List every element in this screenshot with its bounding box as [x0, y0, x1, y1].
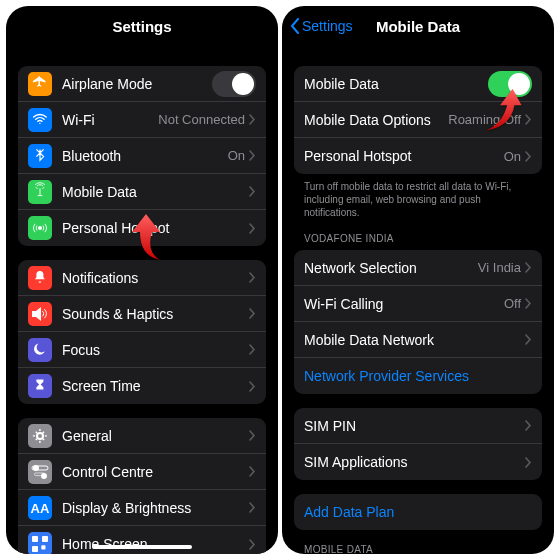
aa-icon: AA — [28, 496, 52, 520]
toggle-switch[interactable] — [212, 71, 256, 97]
bell-icon — [28, 266, 52, 290]
settings-row[interactable]: Screen Time — [18, 368, 266, 404]
svg-rect-7 — [32, 536, 38, 542]
settings-row[interactable]: Personal HotspotOn — [294, 138, 542, 174]
hotspot-icon — [28, 216, 52, 240]
grid-icon — [28, 532, 52, 554]
chevron-right-icon — [525, 334, 532, 345]
antenna-icon — [28, 180, 52, 204]
chevron-right-icon — [249, 466, 256, 477]
svg-text:AA: AA — [31, 501, 50, 516]
section-header-usage: MOBILE DATA — [294, 530, 542, 554]
settings-row[interactable]: SIM PIN — [294, 408, 542, 444]
settings-row[interactable]: Mobile Data Network — [294, 322, 542, 358]
group-carrier: Network SelectionVi IndiaWi-Fi CallingOf… — [294, 250, 542, 394]
settings-row[interactable]: Network SelectionVi India — [294, 250, 542, 286]
row-label: Wi-Fi Calling — [304, 296, 504, 312]
back-button[interactable]: Settings — [290, 18, 353, 34]
row-label: Wi-Fi — [62, 112, 158, 128]
chevron-right-icon — [249, 381, 256, 392]
chevron-right-icon — [249, 539, 256, 550]
row-label: Personal Hotspot — [304, 148, 504, 164]
group-mobile-data: Mobile DataMobile Data OptionsRoaming Of… — [294, 66, 542, 174]
back-label: Settings — [302, 18, 353, 34]
settings-screen: Settings Airplane ModeWi-FiNot Connected… — [6, 6, 278, 554]
row-value: On — [228, 148, 245, 163]
footer-note: Turn off mobile data to restrict all dat… — [294, 174, 542, 219]
chevron-right-icon — [249, 430, 256, 441]
settings-row[interactable]: Airplane Mode — [18, 66, 266, 102]
airplane-icon — [28, 72, 52, 96]
chevron-right-icon — [249, 308, 256, 319]
row-label: Mobile Data — [304, 76, 488, 92]
switches-icon — [28, 460, 52, 484]
header: Settings Mobile Data — [282, 6, 554, 46]
chevron-right-icon — [525, 262, 532, 273]
settings-row[interactable]: Wi-FiNot Connected — [18, 102, 266, 138]
chevron-right-icon — [249, 186, 256, 197]
settings-row[interactable]: General — [18, 418, 266, 454]
row-label: SIM PIN — [304, 418, 525, 434]
row-label: Sounds & Haptics — [62, 306, 249, 322]
settings-row[interactable]: AADisplay & Brightness — [18, 490, 266, 526]
home-indicator[interactable] — [92, 545, 192, 549]
svg-point-4 — [41, 473, 47, 479]
settings-group-connectivity: Airplane ModeWi-FiNot ConnectedBluetooth… — [18, 66, 266, 246]
svg-rect-10 — [41, 545, 45, 549]
row-label: Bluetooth — [62, 148, 228, 164]
settings-row[interactable]: Wi-Fi CallingOff — [294, 286, 542, 322]
wifi-icon — [28, 108, 52, 132]
settings-row[interactable]: Mobile Data — [294, 66, 542, 102]
section-header-carrier: VODAFONE INDIA — [294, 219, 542, 248]
chevron-right-icon — [525, 114, 532, 125]
group-sim: SIM PINSIM Applications — [294, 408, 542, 480]
svg-point-0 — [38, 226, 42, 230]
chevron-right-icon — [249, 502, 256, 513]
group-add-plan: Add Data Plan — [294, 494, 542, 530]
settings-row[interactable]: BluetoothOn — [18, 138, 266, 174]
row-value: Off — [504, 296, 521, 311]
settings-row[interactable]: Control Centre — [18, 454, 266, 490]
row-label: Add Data Plan — [304, 504, 532, 520]
page-title: Settings — [112, 18, 171, 35]
chevron-right-icon — [525, 420, 532, 431]
settings-row[interactable]: Personal Hotspot — [18, 210, 266, 246]
settings-row[interactable]: SIM Applications — [294, 444, 542, 480]
gear-icon — [28, 424, 52, 448]
row-label: Control Centre — [62, 464, 249, 480]
content[interactable]: Airplane ModeWi-FiNot ConnectedBluetooth… — [6, 46, 278, 554]
settings-row[interactable]: Notifications — [18, 260, 266, 296]
speaker-icon — [28, 302, 52, 326]
chevron-right-icon — [249, 114, 256, 125]
settings-row[interactable]: Network Provider Services — [294, 358, 542, 394]
row-label: Display & Brightness — [62, 500, 249, 516]
settings-group-general: GeneralControl CentreAADisplay & Brightn… — [18, 418, 266, 554]
chevron-right-icon — [249, 223, 256, 234]
row-label: Mobile Data Options — [304, 112, 448, 128]
row-label: Network Selection — [304, 260, 478, 276]
row-label: Mobile Data — [62, 184, 249, 200]
row-value: Not Connected — [158, 112, 245, 127]
row-label: SIM Applications — [304, 454, 525, 470]
chevron-right-icon — [525, 151, 532, 162]
content[interactable]: Mobile DataMobile Data OptionsRoaming Of… — [282, 46, 554, 554]
settings-group-notifications: NotificationsSounds & HapticsFocusScreen… — [18, 260, 266, 404]
hourglass-icon — [28, 374, 52, 398]
row-value: Roaming Off — [448, 112, 521, 127]
svg-rect-9 — [32, 546, 38, 552]
settings-row[interactable]: Home Screen — [18, 526, 266, 554]
moon-icon — [28, 338, 52, 362]
toggle-switch[interactable] — [488, 71, 532, 97]
settings-row[interactable]: Mobile Data OptionsRoaming Off — [294, 102, 542, 138]
row-label: Screen Time — [62, 378, 249, 394]
settings-row[interactable]: Sounds & Haptics — [18, 296, 266, 332]
settings-row[interactable]: Add Data Plan — [294, 494, 542, 530]
row-label: General — [62, 428, 249, 444]
settings-row[interactable]: Focus — [18, 332, 266, 368]
row-label: Personal Hotspot — [62, 220, 249, 236]
mobile-data-screen: Settings Mobile Data Mobile DataMobile D… — [282, 6, 554, 554]
settings-row[interactable]: Mobile Data — [18, 174, 266, 210]
svg-point-1 — [37, 433, 43, 439]
chevron-right-icon — [525, 298, 532, 309]
row-value: Vi India — [478, 260, 521, 275]
